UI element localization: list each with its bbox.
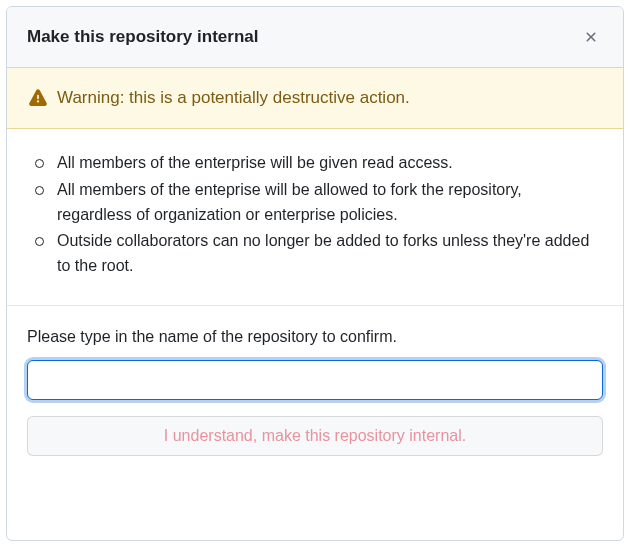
modal-header: Make this repository internal — [7, 7, 623, 68]
close-icon — [583, 29, 599, 45]
warning-banner: Warning: this is a potentially destructi… — [7, 68, 623, 129]
warning-text: Warning: this is a potentially destructi… — [57, 88, 410, 108]
confirm-section: Please type in the name of the repositor… — [7, 306, 623, 476]
warning-icon — [29, 89, 47, 107]
modal-title: Make this repository internal — [27, 27, 258, 47]
visibility-change-modal: Make this repository internal Warning: t… — [6, 6, 624, 541]
confirm-button[interactable]: I understand, make this repository inter… — [27, 416, 603, 456]
list-item: All members of the enteprise will be all… — [31, 178, 599, 228]
info-list: All members of the enterprise will be gi… — [31, 151, 599, 279]
repository-name-input[interactable] — [27, 360, 603, 400]
close-button[interactable] — [579, 25, 603, 49]
modal-body: All members of the enterprise will be gi… — [7, 129, 623, 306]
confirm-label: Please type in the name of the repositor… — [27, 328, 603, 346]
list-item: Outside collaborators can no longer be a… — [31, 229, 599, 279]
list-item: All members of the enterprise will be gi… — [31, 151, 599, 176]
